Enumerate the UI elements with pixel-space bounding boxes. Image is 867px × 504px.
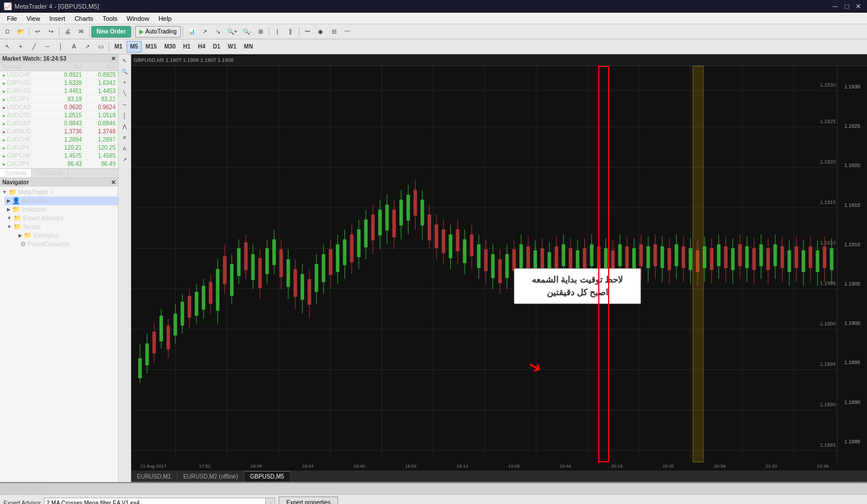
col-symbol: Symbol xyxy=(0,63,50,71)
cursor-btn[interactable]: ↖ xyxy=(1,40,14,53)
maximize-button[interactable]: □ xyxy=(842,2,852,11)
ea-input[interactable]: ▼ xyxy=(44,498,275,504)
chart-tab-gbpusd-m5[interactable]: GBPUSD,M5 xyxy=(244,471,291,481)
market-watch-row[interactable]: ● AUDUSD 1.0515 1.0518 xyxy=(0,112,118,120)
titlebar-controls[interactable]: ─ □ ✕ xyxy=(830,2,864,11)
vtb-channel[interactable]: ⋀ xyxy=(120,121,130,132)
arrow-btn[interactable]: ↗ xyxy=(81,40,94,53)
print-button[interactable]: 🖨 xyxy=(61,25,74,38)
redo-button[interactable]: ↪ xyxy=(45,25,57,38)
tf-m15[interactable]: M15 xyxy=(142,41,160,53)
nav-item-metatrader4[interactable]: ▼ 📁 MetaTrader 4 xyxy=(0,188,118,197)
new-order-button[interactable]: New Order xyxy=(91,26,131,38)
market-watch-row[interactable]: ● GBPCHF 1.4575 1.4585 xyxy=(0,152,118,160)
ea-dropdown-arrow[interactable]: ▼ xyxy=(265,498,275,504)
navigator-close-icon[interactable]: ✕ xyxy=(111,179,116,186)
market-watch-row[interactable]: ● USDCHF 0.8921 0.8925 xyxy=(0,71,118,79)
zoom-out-button[interactable]: 🔍- xyxy=(240,25,254,38)
vtb-hline[interactable]: ─ xyxy=(120,99,130,110)
bar-btn[interactable]: ‖ xyxy=(284,25,297,38)
svg-rect-85 xyxy=(435,224,438,248)
time-14: 21:36 xyxy=(817,464,829,469)
ea-text-input[interactable] xyxy=(45,498,265,504)
market-watch-row[interactable]: ● GBPUSD 1.6339 1.6342 xyxy=(0,79,118,87)
vtb-select[interactable]: ↖ xyxy=(120,55,130,66)
market-watch-row[interactable]: ● USDJPY 83.19 83.22 xyxy=(0,95,118,103)
grid-button[interactable]: ⊞ xyxy=(254,25,267,38)
svg-rect-47 xyxy=(301,274,304,300)
vtb-cross[interactable]: + xyxy=(120,77,130,88)
vtb-fib[interactable]: ≡ xyxy=(120,132,130,143)
tf-d1[interactable]: D1 xyxy=(209,41,224,53)
hline-btn[interactable]: ─ xyxy=(41,40,54,53)
time-10: 20:16 xyxy=(611,464,623,469)
menu-help[interactable]: Help xyxy=(154,14,176,23)
menu-charts[interactable]: Charts xyxy=(70,14,98,23)
chart-btn-2[interactable]: ↗ xyxy=(198,25,211,38)
vtb-line[interactable]: ╲ xyxy=(120,88,130,99)
close-button[interactable]: ✕ xyxy=(853,2,864,11)
nav-item-accounts[interactable]: ▶ 👤 Accounts xyxy=(5,197,118,205)
new-button[interactable]: 🗋 xyxy=(1,25,14,38)
market-watch-row[interactable]: ● EURJPY 120.21 120.25 xyxy=(0,144,118,152)
vtb-arrow[interactable]: ↗ xyxy=(120,154,130,165)
market-watch-row[interactable]: ● USDCAD 0.9620 0.9624 xyxy=(0,103,118,112)
menu-tools[interactable]: Tools xyxy=(98,14,122,23)
market-watch-row[interactable]: ● EURAUD 1.3736 1.3748 xyxy=(0,128,118,136)
vline-btn[interactable]: │ xyxy=(54,40,67,53)
menu-insert[interactable]: Insert xyxy=(45,14,70,23)
vtb-text[interactable]: A xyxy=(120,143,130,154)
market-watch-row[interactable]: ● EURUSD 1.4451 1.4453 xyxy=(0,87,118,95)
tester-minimize-icon[interactable]: ─ xyxy=(853,486,857,492)
nav-item-examples[interactable]: ▶ 📁 Examples xyxy=(16,231,118,240)
market-watch-row[interactable]: ● EURGBP 0.8843 0.8846 xyxy=(0,120,118,128)
tester-close-icon[interactable]: ✕ xyxy=(859,486,864,492)
indicator-btn[interactable]: 〜 xyxy=(301,25,314,38)
market-watch-row[interactable]: ● CADJPY 86.43 86.49 xyxy=(0,160,118,168)
tf-h1[interactable]: H1 xyxy=(180,41,194,53)
tf-mn[interactable]: MN xyxy=(240,41,257,53)
annotation-line1: لاحظ توقيت بداية الشمعه xyxy=(523,275,632,285)
chart-tab-eurusd-m1[interactable]: EURUSD,M1 xyxy=(131,471,177,481)
template-btn[interactable]: ◉ xyxy=(314,25,327,38)
expert-properties-button[interactable]: Expert properties xyxy=(279,496,338,504)
menu-window[interactable]: Window xyxy=(122,14,154,23)
chart-tab-eurusd-m2[interactable]: EURUSD,M2 (offline) xyxy=(177,471,244,481)
nav-item-scripts[interactable]: ▼ 📁 Scripts xyxy=(5,223,118,231)
crosshair-btn[interactable]: + xyxy=(14,40,27,53)
mw-close-icon[interactable]: ✕ xyxy=(111,55,116,62)
lines-btn[interactable]: 〰 xyxy=(341,25,354,38)
candle-btn[interactable]: | xyxy=(271,25,284,38)
svg-rect-87 xyxy=(442,229,445,253)
svg-rect-15 xyxy=(188,296,191,318)
tf-h4[interactable]: H4 xyxy=(195,41,209,53)
nav-item-expert-advisors[interactable]: ▼ 📁 Expert Advisors xyxy=(5,214,118,223)
svg-rect-99 xyxy=(484,249,488,271)
zoom-in-button[interactable]: 🔍+ xyxy=(225,25,240,38)
tf-m5[interactable]: M5 xyxy=(127,41,142,53)
tf-w1[interactable]: W1 xyxy=(224,41,240,53)
rect-btn[interactable]: ▭ xyxy=(94,40,107,53)
text-btn[interactable]: A xyxy=(68,40,80,53)
open-button[interactable]: 📂 xyxy=(14,25,27,38)
tf-m30[interactable]: M30 xyxy=(161,41,179,53)
chart-btn-1[interactable]: 📊 xyxy=(185,25,198,38)
undo-button[interactable]: ↩ xyxy=(31,25,44,38)
email-button[interactable]: ✉ xyxy=(75,25,87,38)
nav-item-indicators[interactable]: ▶ 📁 Indicators xyxy=(5,205,118,214)
minimize-button[interactable]: ─ xyxy=(830,2,840,11)
mw-tab-symbols[interactable]: Symbols xyxy=(0,169,32,177)
market-watch-row[interactable]: ● EURCHF 1.2894 1.2897 xyxy=(0,136,118,144)
tf-m1[interactable]: M1 xyxy=(111,41,126,53)
chart-canvas[interactable]: 1.1530 1.1925 1.1920 1.1915 1.1910 1.190… xyxy=(131,66,867,470)
chart-btn-3[interactable]: ↘ xyxy=(212,25,224,38)
vtb-zoom[interactable]: 🔍 xyxy=(120,66,130,77)
line-btn[interactable]: ╱ xyxy=(28,40,40,53)
autotrading-button[interactable]: ▶ AutoTrading xyxy=(135,26,181,38)
nav-item-period-converter[interactable]: ⚙ PeriodConverter xyxy=(16,240,118,249)
mw-tab-tick[interactable]: Tick Chart xyxy=(32,169,68,177)
menu-view[interactable]: View xyxy=(22,14,45,23)
menu-file[interactable]: File xyxy=(2,14,22,23)
vtb-vline[interactable]: │ xyxy=(120,110,130,121)
period-sep-btn[interactable]: ⊟ xyxy=(328,25,340,38)
